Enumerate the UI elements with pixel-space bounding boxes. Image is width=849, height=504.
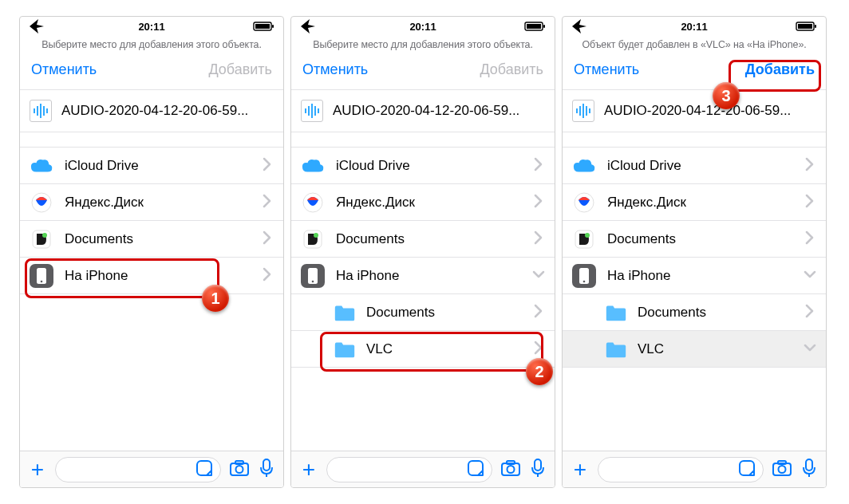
svg-rect-43 bbox=[582, 104, 584, 118]
location-row-documents[interactable]: Documents bbox=[291, 294, 555, 331]
add-attachment-button[interactable]: + bbox=[28, 457, 47, 482]
location-list: iCloud DriveЯндекс.ДискDocumentsНа iPhon… bbox=[291, 147, 555, 368]
location-row-documents[interactable]: Documents bbox=[291, 221, 555, 258]
cancel-button[interactable]: Отменить bbox=[574, 61, 639, 78]
svg-point-29 bbox=[314, 233, 318, 238]
location-row-яндекс-диск[interactable]: Яндекс.Диск bbox=[563, 184, 826, 221]
status-bar: 20:11 bbox=[291, 17, 555, 34]
location-label: На iPhone bbox=[65, 268, 259, 284]
svg-rect-22 bbox=[305, 108, 306, 113]
message-input[interactable] bbox=[598, 457, 764, 482]
chevron-right-icon bbox=[802, 193, 818, 212]
svg-rect-17 bbox=[263, 459, 270, 471]
location-prompt: Выберите место для добавления этого объе… bbox=[291, 34, 555, 57]
location-row-яндекс-диск[interactable]: Яндекс.Диск bbox=[291, 184, 555, 221]
add-attachment-button[interactable]: + bbox=[299, 457, 318, 482]
svg-point-12 bbox=[41, 280, 43, 282]
sticker-icon[interactable] bbox=[466, 459, 485, 481]
cancel-button[interactable]: Отменить bbox=[31, 61, 97, 78]
location-row-icloud-drive[interactable]: iCloud Drive bbox=[291, 148, 555, 184]
icloud-icon bbox=[572, 154, 596, 178]
chevron-down-icon bbox=[802, 340, 818, 359]
bottom-toolbar: + bbox=[563, 451, 826, 487]
camera-icon[interactable] bbox=[229, 459, 250, 481]
action-bar: ОтменитьДобавить bbox=[20, 57, 283, 89]
on-iphone-icon bbox=[30, 264, 53, 288]
status-bar: 20:11 bbox=[563, 17, 826, 34]
location-row-vlc[interactable]: VLC bbox=[291, 331, 555, 368]
chevron-down-icon bbox=[802, 266, 818, 285]
location-label: iCloud Drive bbox=[65, 158, 259, 174]
location-row-icloud-drive[interactable]: iCloud Drive bbox=[563, 148, 826, 184]
chevron-right-icon bbox=[531, 230, 547, 249]
svg-rect-20 bbox=[527, 24, 541, 29]
svg-rect-4 bbox=[37, 106, 38, 116]
location-label: На iPhone bbox=[607, 268, 802, 284]
chevron-right-icon bbox=[259, 156, 275, 175]
mic-icon[interactable] bbox=[529, 458, 547, 482]
location-label: iCloud Drive bbox=[336, 158, 531, 174]
location-label: Яндекс.Диск bbox=[65, 195, 259, 211]
location-label: Documents bbox=[65, 231, 259, 247]
location-row-documents[interactable]: Documents bbox=[563, 221, 826, 258]
svg-point-34 bbox=[507, 466, 515, 473]
location-row-на-iphone[interactable]: На iPhone bbox=[563, 258, 826, 294]
location-row-documents[interactable]: Documents bbox=[20, 221, 283, 258]
location-label: Яндекс.Диск bbox=[336, 195, 531, 211]
screenshot-2: 20:11Выберите место для добавления этого… bbox=[290, 16, 555, 488]
yandex-disk-icon bbox=[572, 191, 596, 215]
chevron-right-icon bbox=[531, 340, 547, 359]
camera-icon[interactable] bbox=[772, 459, 792, 481]
svg-rect-24 bbox=[311, 104, 313, 118]
chevron-right-icon bbox=[802, 156, 818, 175]
svg-rect-23 bbox=[308, 106, 310, 116]
add-attachment-button[interactable]: + bbox=[571, 457, 590, 482]
chevron-right-icon bbox=[802, 303, 818, 322]
folder-icon bbox=[604, 301, 628, 325]
sticker-icon[interactable] bbox=[737, 459, 756, 481]
location-row-vlc[interactable]: VLC bbox=[563, 331, 826, 368]
location-row-icloud-drive[interactable]: iCloud Drive bbox=[20, 148, 283, 184]
location-prompt: Объект будет добавлен в «VLC» на «На iPh… bbox=[563, 34, 826, 57]
mic-icon[interactable] bbox=[800, 458, 818, 482]
svg-rect-1 bbox=[255, 24, 270, 29]
audio-file-icon bbox=[30, 100, 52, 122]
add-button: Добавить bbox=[208, 61, 272, 78]
file-name-label: AUDIO-2020-04-12-20-06-59... bbox=[333, 103, 548, 119]
svg-rect-3 bbox=[34, 108, 35, 113]
location-row-на-iphone[interactable]: На iPhone bbox=[20, 258, 283, 294]
documents-app-icon bbox=[572, 227, 596, 251]
chevron-right-icon bbox=[259, 193, 275, 212]
chevron-right-icon bbox=[531, 156, 547, 175]
sticker-icon[interactable] bbox=[195, 459, 214, 481]
location-label: Documents bbox=[336, 231, 531, 247]
add-button: Добавить bbox=[480, 61, 543, 78]
status-time: 20:11 bbox=[618, 21, 770, 33]
svg-rect-25 bbox=[314, 106, 316, 116]
location-list: iCloud DriveЯндекс.ДискDocumentsНа iPhon… bbox=[20, 147, 283, 294]
camera-icon[interactable] bbox=[500, 459, 521, 481]
location-label: Documents bbox=[366, 305, 531, 321]
documents-app-icon bbox=[301, 227, 325, 251]
status-time: 20:11 bbox=[347, 21, 499, 33]
bottom-toolbar: + bbox=[20, 451, 283, 487]
mic-icon[interactable] bbox=[258, 458, 275, 482]
svg-rect-21 bbox=[543, 25, 545, 28]
add-button[interactable]: Добавить bbox=[745, 61, 815, 78]
svg-point-31 bbox=[312, 280, 314, 282]
yandex-disk-icon bbox=[30, 191, 53, 215]
chevron-down-icon bbox=[531, 266, 547, 285]
message-input[interactable] bbox=[326, 457, 492, 482]
message-input[interactable] bbox=[55, 457, 221, 482]
location-row-на-iphone[interactable]: На iPhone bbox=[291, 258, 555, 294]
cancel-button[interactable]: Отменить bbox=[302, 61, 368, 78]
location-label: iCloud Drive bbox=[607, 158, 802, 174]
svg-point-50 bbox=[583, 280, 586, 282]
location-label: Яндекс.Диск bbox=[607, 195, 802, 211]
location-row-documents[interactable]: Documents bbox=[563, 294, 826, 331]
location-row-яндекс-диск[interactable]: Яндекс.Диск bbox=[20, 184, 283, 221]
folder-icon bbox=[604, 337, 628, 361]
file-name-label: AUDIO-2020-04-12-20-06-59... bbox=[604, 103, 819, 119]
folder-icon bbox=[333, 337, 357, 361]
airplane-mode-icon bbox=[28, 18, 76, 35]
